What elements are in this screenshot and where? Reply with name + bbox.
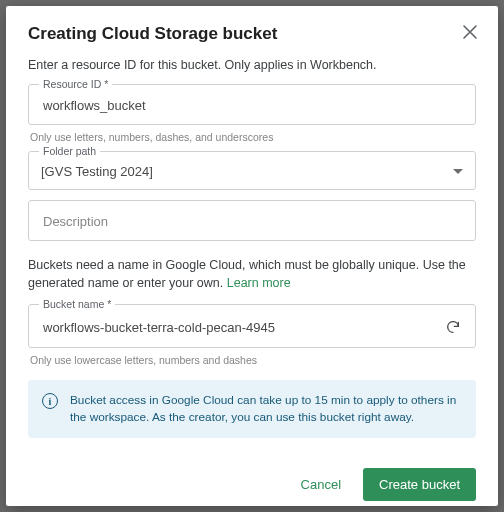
intro-text: Enter a resource ID for this bucket. Onl… <box>28 58 476 72</box>
resource-id-helper: Only use letters, numbers, dashes, and u… <box>30 131 474 143</box>
alert-message: Bucket access in Google Cloud can take u… <box>70 392 462 426</box>
regenerate-name-button[interactable] <box>443 317 463 337</box>
folder-path-field[interactable]: Folder path [GVS Testing 2024] <box>28 151 476 190</box>
resource-id-input[interactable] <box>41 97 463 114</box>
resource-id-label: Resource ID * <box>39 78 112 90</box>
resource-id-field[interactable]: Resource ID * <box>28 84 476 125</box>
description-input[interactable] <box>41 213 463 230</box>
access-info-alert: i Bucket access in Google Cloud can take… <box>28 380 476 438</box>
dialog-footer: Cancel Create bucket <box>28 468 476 501</box>
info-icon: i <box>42 393 58 409</box>
bucket-name-field[interactable]: Bucket name * <box>28 304 476 348</box>
cancel-button[interactable]: Cancel <box>297 469 345 500</box>
chevron-down-icon <box>453 169 463 174</box>
description-field[interactable] <box>28 200 476 241</box>
close-icon <box>463 25 477 39</box>
refresh-icon <box>445 319 461 335</box>
create-bucket-dialog: Creating Cloud Storage bucket Enter a re… <box>6 6 498 506</box>
bucket-name-label: Bucket name * <box>39 298 115 310</box>
bucket-name-helper: Only use lowercase letters, numbers and … <box>30 354 474 366</box>
naming-explainer: Buckets need a name in Google Cloud, whi… <box>28 257 476 292</box>
learn-more-link[interactable]: Learn more <box>227 276 291 290</box>
folder-path-label: Folder path <box>39 145 100 157</box>
folder-path-value: [GVS Testing 2024] <box>41 164 453 179</box>
create-bucket-button[interactable]: Create bucket <box>363 468 476 501</box>
close-button[interactable] <box>458 20 482 44</box>
bucket-name-input[interactable] <box>41 319 435 336</box>
dialog-title: Creating Cloud Storage bucket <box>28 24 277 44</box>
